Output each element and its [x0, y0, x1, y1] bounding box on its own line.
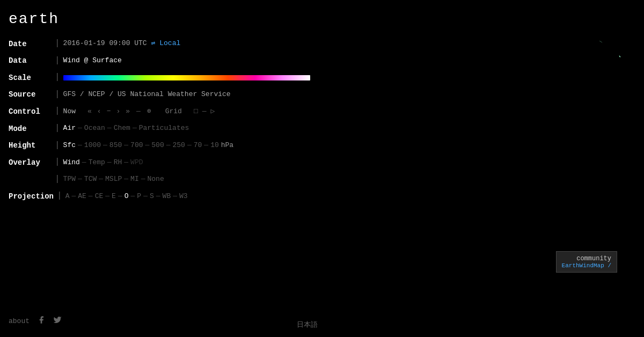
language-button[interactable]: 日本語 — [292, 318, 322, 332]
proj-a[interactable]: A — [65, 191, 70, 202]
mode-ocean[interactable]: Ocean — [84, 123, 105, 134]
height-850[interactable]: 850 — [109, 140, 122, 151]
overlay-mslp[interactable]: MSLP — [105, 174, 122, 185]
control-rect[interactable]: □ — [193, 106, 199, 118]
height-250[interactable]: 250 — [173, 140, 185, 151]
overlay-row: Overlay | Wind — Temp — RH — WPD — [9, 156, 313, 170]
overlay-temp[interactable]: Temp — [89, 157, 105, 169]
height-items: Sfc — 1000 — 850 — 700 — 500 — 250 — 70 … — [63, 140, 234, 151]
height-1000[interactable]: 1000 — [84, 140, 101, 151]
data-separator: | — [55, 54, 60, 68]
local-time-link[interactable]: ⇌ Local — [151, 38, 181, 49]
community-sub: EarthWindMap / — [562, 262, 611, 269]
overlay-row2-separator: | — [55, 173, 60, 187]
mode-chem[interactable]: Chem — [114, 123, 130, 134]
source-separator: | — [55, 88, 60, 102]
height-label: Height — [9, 140, 52, 151]
control-forward-btn: › — [115, 106, 121, 118]
scale-separator: | — [55, 71, 60, 85]
mode-label: Mode — [9, 123, 52, 135]
control-arrow[interactable]: ▷ — [210, 106, 216, 118]
height-row: Height | Sfc — 1000 — 850 — 700 — 500 — … — [9, 139, 313, 153]
proj-w3[interactable]: W3 — [179, 191, 188, 202]
overlay-label: Overlay — [9, 157, 52, 169]
proj-e[interactable]: E — [112, 191, 116, 202]
date-label: Date — [9, 38, 52, 50]
twitter-icon[interactable] — [53, 316, 62, 327]
height-sfc[interactable]: Sfc — [63, 140, 76, 151]
proj-s[interactable]: S — [150, 191, 154, 202]
height-unit: hPa — [221, 140, 233, 151]
overlay-wind[interactable]: Wind — [63, 157, 80, 169]
app-title: earth — [9, 11, 313, 27]
mode-row: Mode | Air — Ocean — Chem — Particulates — [9, 122, 313, 136]
proj-ae[interactable]: AE — [78, 191, 86, 202]
date-value: 2016-01-19 09:00 UTC — [63, 38, 147, 49]
control-separator: | — [55, 105, 60, 119]
overlay-wpd[interactable]: WPD — [130, 157, 143, 169]
facebook-icon[interactable] — [37, 316, 46, 327]
projection-row: Projection | A — AE — CE — E — O — P — S… — [9, 189, 313, 203]
height-500[interactable]: 500 — [151, 140, 164, 151]
data-value: Wind @ Surface — [63, 55, 122, 67]
proj-p[interactable]: P — [137, 191, 141, 202]
control-back[interactable]: ‹ — [96, 106, 103, 118]
projection-separator: | — [57, 189, 62, 203]
date-row: Date | 2016-01-19 09:00 UTC ⇌ Local — [9, 37, 313, 51]
info-panel: earth Date | 2016-01-19 09:00 UTC ⇌ Loca… — [0, 0, 322, 279]
proj-o[interactable]: O — [125, 191, 129, 202]
control-row: Control | Now « ‹ − › » — ⊕ Grid □ — ▷ — [9, 105, 313, 119]
projection-label: Projection — [9, 191, 54, 202]
control-plus[interactable]: ⊕ — [146, 106, 152, 118]
grid-label: Grid — [165, 106, 182, 118]
control-now[interactable]: Now — [63, 106, 76, 118]
height-separator: | — [55, 139, 60, 153]
overlay-tpw[interactable]: TPW — [63, 174, 76, 185]
data-row: Data | Wind @ Surface — [9, 54, 313, 68]
mode-air[interactable]: Air — [63, 123, 76, 134]
source-value: GFS / NCEP / US National Weather Service — [63, 89, 231, 100]
control-items: Now « ‹ − › » — ⊕ Grid □ — ▷ — [63, 106, 216, 118]
community-label: community — [562, 255, 611, 262]
control-forward-far[interactable]: » — [125, 106, 131, 118]
height-70[interactable]: 70 — [194, 140, 202, 151]
about-link[interactable]: about — [9, 317, 30, 325]
source-row: Source | GFS / NCEP / US National Weathe… — [9, 88, 313, 102]
projection-items: A — AE — CE — E — O — P — S — WB — W3 — [65, 191, 188, 202]
control-back-far[interactable]: « — [86, 106, 93, 118]
overlay-row1-items: Wind — Temp — RH — WPD — [63, 157, 143, 169]
date-separator: | — [55, 37, 60, 51]
control-label: Control — [9, 106, 52, 118]
overlay-mi[interactable]: MI — [130, 174, 139, 185]
footer-bar: about — [0, 305, 322, 337]
proj-wb[interactable]: WB — [163, 191, 171, 202]
overlay-row2: | TPW — TCW — MSLP — MI — None — [9, 173, 313, 187]
scale-bar — [63, 75, 310, 80]
mode-separator: | — [55, 122, 60, 136]
height-10[interactable]: 10 — [210, 140, 219, 151]
scale-label: Scale — [9, 72, 52, 84]
overlay-rh[interactable]: RH — [114, 157, 122, 169]
proj-ce[interactable]: CE — [95, 191, 104, 202]
data-label: Data — [9, 55, 52, 67]
scale-row: Scale | — [9, 71, 313, 85]
overlay-separator: | — [55, 156, 60, 170]
mode-items: Air — Ocean — Chem — Particulates — [63, 123, 189, 134]
overlay-tcw[interactable]: TCW — [84, 174, 97, 185]
source-label: Source — [9, 89, 52, 100]
mode-particulates[interactable]: Particulates — [139, 123, 189, 134]
overlay-none[interactable]: None — [148, 174, 164, 185]
overlay-row2-items: TPW — TCW — MSLP — MI — None — [63, 174, 164, 185]
height-700[interactable]: 700 — [130, 140, 143, 151]
control-minus[interactable]: − — [106, 106, 112, 118]
community-badge[interactable]: community EarthWindMap / — [556, 251, 617, 273]
